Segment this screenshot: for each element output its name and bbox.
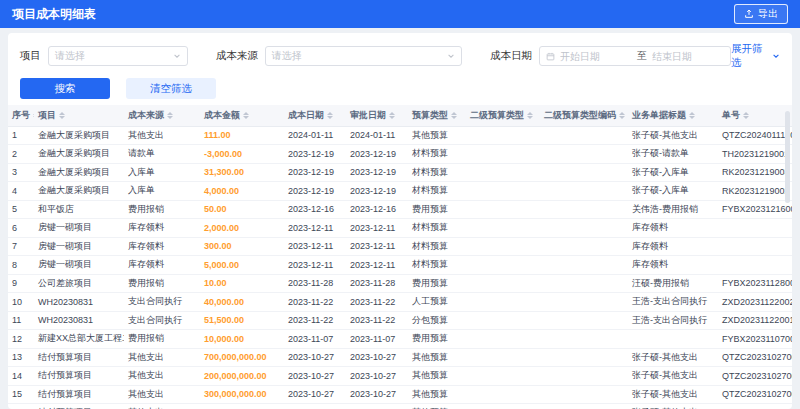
table-cell: 2023-11-07 bbox=[346, 330, 408, 349]
table-cell: 费用报销 bbox=[124, 200, 200, 219]
clear-filter-button[interactable]: 清空筛选 bbox=[126, 78, 216, 99]
table-row: 3金融大厦采购项目入库单31,300.002023-12-192023-12-1… bbox=[8, 163, 792, 182]
table-cell: 2023-12-11 bbox=[346, 237, 408, 256]
table-cell: 其他预算 bbox=[408, 385, 466, 404]
sort-icon[interactable] bbox=[743, 112, 749, 120]
table-cell: 2023-10-27 bbox=[346, 404, 408, 409]
column-header-5[interactable]: 审批日期 bbox=[346, 105, 408, 126]
table-cell bbox=[466, 237, 540, 256]
table-cell: 15 bbox=[8, 385, 34, 404]
table-cell: 其他预算 bbox=[408, 126, 466, 145]
sort-icon[interactable] bbox=[527, 112, 533, 120]
table-cell: 库存领料 bbox=[628, 219, 718, 238]
table-cell: 结付预算项目 bbox=[34, 367, 124, 386]
table-cell: 10 bbox=[8, 293, 34, 312]
project-select[interactable]: 请选择 bbox=[48, 46, 188, 66]
table-cell: 10.00 bbox=[200, 274, 284, 293]
table-cell: 2023-11-22 bbox=[284, 293, 346, 312]
table-cell: 请款单 bbox=[124, 145, 200, 164]
table-cell: 入库单 bbox=[124, 182, 200, 201]
table-cell: 其他支出 bbox=[124, 126, 200, 145]
table-cell: 和平饭店 bbox=[34, 200, 124, 219]
column-header-label: 审批日期 bbox=[350, 110, 386, 120]
table-cell: 40,000.00 bbox=[200, 293, 284, 312]
export-button[interactable]: 导出 bbox=[734, 4, 788, 24]
table-cell: 2023-12-16 bbox=[284, 200, 346, 219]
table-cell: 其他支出 bbox=[124, 367, 200, 386]
table-cell: 3 bbox=[8, 163, 34, 182]
column-header-7[interactable]: 二级预算类型 bbox=[466, 105, 540, 126]
table-row: 15结付预算项目其他支出300,000,000.002023-10-272023… bbox=[8, 385, 792, 404]
search-button[interactable]: 搜索 bbox=[20, 78, 110, 99]
table-cell: 2023-11-28 bbox=[284, 274, 346, 293]
table-cell bbox=[466, 367, 540, 386]
table-cell: 费用报销 bbox=[124, 274, 200, 293]
table-body: 1金融大厦采购项目其他支出111.002024-01-112024-01-11其… bbox=[8, 126, 792, 409]
column-header-9[interactable]: 业务单据标题 bbox=[628, 105, 718, 126]
column-header-4[interactable]: 成本日期 bbox=[284, 105, 346, 126]
expand-filter-link[interactable]: 展开筛选 bbox=[731, 42, 780, 70]
table-cell: 400,000,000.00 bbox=[200, 404, 284, 409]
table-cell: 2023-12-11 bbox=[346, 256, 408, 275]
export-button-label: 导出 bbox=[758, 7, 778, 21]
table-cell bbox=[718, 237, 792, 256]
table-cell: FYBX20231128001 bbox=[718, 274, 792, 293]
table-cell: 5,000.00 bbox=[200, 256, 284, 275]
table-cell: 50.00 bbox=[200, 200, 284, 219]
vertical-scrollbar-thumb[interactable] bbox=[785, 111, 790, 203]
project-filter-label: 项目 bbox=[20, 49, 41, 63]
table-cell: 2023-10-27 bbox=[284, 404, 346, 409]
date-start-input[interactable] bbox=[560, 51, 632, 62]
calendar-icon bbox=[546, 52, 555, 61]
table-cell bbox=[466, 256, 540, 275]
table-cell: 结付预算项目 bbox=[34, 385, 124, 404]
table-cell: 2023-10-27 bbox=[346, 385, 408, 404]
column-header-8[interactable]: 二级预算类型编码 bbox=[540, 105, 628, 126]
table-row: 16结付预算项目其他支出400,000,000.002023-10-272023… bbox=[8, 404, 792, 409]
table-cell: 2023-11-22 bbox=[346, 311, 408, 330]
table-cell bbox=[466, 219, 540, 238]
sort-icon[interactable] bbox=[167, 112, 173, 120]
sort-icon[interactable] bbox=[33, 112, 34, 120]
table-cell: 2023-12-19 bbox=[284, 163, 346, 182]
column-header-6[interactable]: 预算类型 bbox=[408, 105, 466, 126]
column-header-label: 序号 bbox=[12, 110, 30, 120]
table-cell: 库存领料 bbox=[628, 256, 718, 275]
table-cell: 2023-12-11 bbox=[284, 219, 346, 238]
sort-icon[interactable] bbox=[389, 112, 395, 120]
table-cell: 材料预算 bbox=[408, 145, 466, 164]
table-cell: 51,500.00 bbox=[200, 311, 284, 330]
table-cell: 2 bbox=[8, 145, 34, 164]
table-cell: 300,000,000.00 bbox=[200, 385, 284, 404]
source-select[interactable]: 请选择 bbox=[265, 46, 462, 66]
column-header-1[interactable]: 项目 bbox=[34, 105, 124, 126]
page-title: 项目成本明细表 bbox=[12, 6, 96, 23]
table-cell: 张子硕-入库单 bbox=[628, 163, 718, 182]
table-cell: -3,000.00 bbox=[200, 145, 284, 164]
table-cell: 王浩-支出合同执行 bbox=[628, 293, 718, 312]
column-header-10[interactable]: 单号 bbox=[718, 105, 792, 126]
table-cell bbox=[466, 293, 540, 312]
table-cell: 金融大厦采购项目 bbox=[34, 163, 124, 182]
column-header-2[interactable]: 成本来源 bbox=[124, 105, 200, 126]
sort-icon[interactable] bbox=[327, 112, 333, 120]
table-cell bbox=[628, 330, 718, 349]
table-cell: 2023-12-19 bbox=[284, 145, 346, 164]
table-cell: RK20231219002 bbox=[718, 182, 792, 201]
column-header-0[interactable]: 序号 bbox=[8, 105, 34, 126]
sort-icon[interactable] bbox=[59, 112, 65, 120]
column-header-3[interactable]: 成本金额 bbox=[200, 105, 284, 126]
sort-icon[interactable] bbox=[619, 112, 625, 120]
sort-icon[interactable] bbox=[689, 112, 695, 120]
table-cell: 9 bbox=[8, 274, 34, 293]
table-cell bbox=[466, 200, 540, 219]
table-cell: 2023-10-27 bbox=[346, 367, 408, 386]
date-end-input[interactable] bbox=[652, 51, 724, 62]
sort-icon[interactable] bbox=[243, 112, 249, 120]
date-range-separator: 至 bbox=[637, 49, 647, 63]
table-cell: 张子硕-其他支出 bbox=[628, 367, 718, 386]
chevron-down-icon bbox=[772, 52, 780, 60]
table-cell: 4,000.00 bbox=[200, 182, 284, 201]
table-row: 10WH20230831支出合同执行40,000.002023-11-22202… bbox=[8, 293, 792, 312]
sort-icon[interactable] bbox=[451, 112, 457, 120]
